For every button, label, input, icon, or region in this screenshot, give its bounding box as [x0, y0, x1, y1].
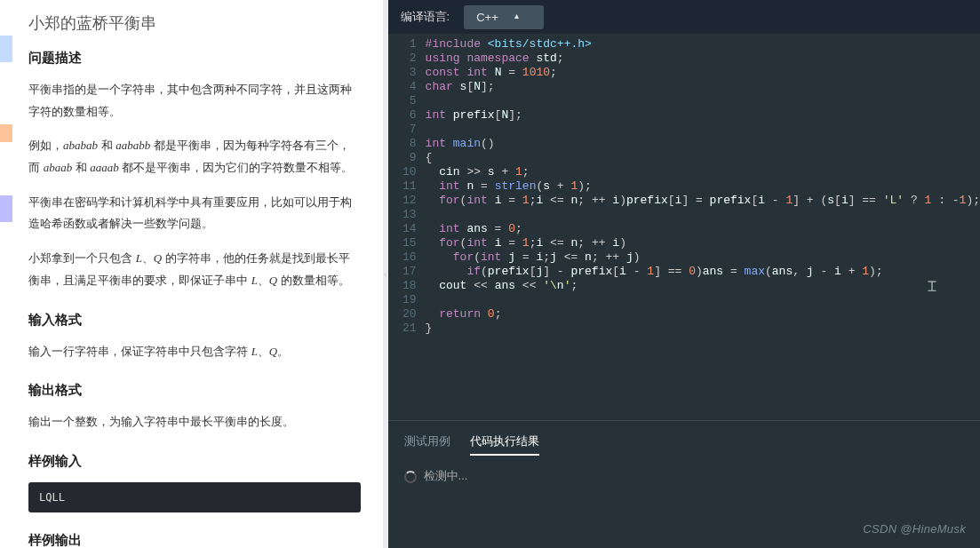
- heading-sample-input: 样例输入: [28, 453, 361, 470]
- desc-paragraph: 平衡串在密码学和计算机科学中具有重要应用，比如可以用于构造哈希函数或者解决一些数…: [28, 192, 361, 235]
- sample-input-block[interactable]: LQLL: [28, 482, 361, 512]
- problem-panel: 小郑的蓝桥平衡串 问题描述 平衡串指的是一个字符串，其中包含两种不同字符，并且这…: [0, 0, 383, 548]
- heading-desc: 问题描述: [28, 50, 361, 67]
- left-gutter-decor: [0, 36, 12, 533]
- output-paragraph: 输出一个整数，为输入字符串中最长平衡串的长度。: [28, 411, 361, 433]
- desc-paragraph: 小郑拿到一个只包含 L、Q 的字符串，他的任务就是找到最长平衡串，且满足平衡串的…: [28, 248, 361, 291]
- heading-output: 输出格式: [28, 382, 361, 399]
- results-status-row: 检测中...: [404, 468, 964, 484]
- desc-paragraph: 例如，ababab 和 aababb 都是平衡串，因为每种字符各有三个，而 ab…: [28, 135, 361, 179]
- tab-test-cases[interactable]: 测试用例: [404, 433, 450, 456]
- code-editor[interactable]: 123456789101112131415161718192021 #inclu…: [388, 34, 980, 420]
- language-select[interactable]: C++ ▾: [464, 5, 544, 29]
- problem-title: 小郑的蓝桥平衡串: [0, 0, 383, 43]
- desc-paragraph: 平衡串指的是一个字符串，其中包含两种不同字符，并且这两种字符的数量相等。: [28, 79, 361, 123]
- chevron-up-icon: ▾: [514, 12, 519, 22]
- language-value: C++: [476, 11, 498, 24]
- tab-code-output[interactable]: 代码执行结果: [470, 433, 539, 456]
- line-number-gutter: 123456789101112131415161718192021: [388, 34, 426, 420]
- input-paragraph: 输入一行字符串，保证字符串中只包含字符 L、Q。: [28, 341, 361, 363]
- lang-label: 编译语言:: [401, 9, 450, 25]
- editor-panel: 编译语言: C++ ▾ 1234567891011121314151617181…: [388, 0, 980, 548]
- results-tabs: 测试用例 代码执行结果: [404, 433, 964, 456]
- problem-scroll[interactable]: 问题描述 平衡串指的是一个字符串，其中包含两种不同字符，并且这两种字符的数量相等…: [0, 43, 383, 548]
- status-text: 检测中...: [424, 469, 468, 482]
- watermark: CSDN @HineMusk: [863, 522, 966, 536]
- code-content[interactable]: #include <bits/stdc++.h>using namespace …: [426, 34, 980, 420]
- heading-sample-output: 样例输出: [28, 532, 361, 548]
- spinner-icon: [404, 471, 417, 483]
- heading-input: 输入格式: [28, 312, 361, 329]
- editor-toolbar: 编译语言: C++ ▾: [388, 0, 980, 34]
